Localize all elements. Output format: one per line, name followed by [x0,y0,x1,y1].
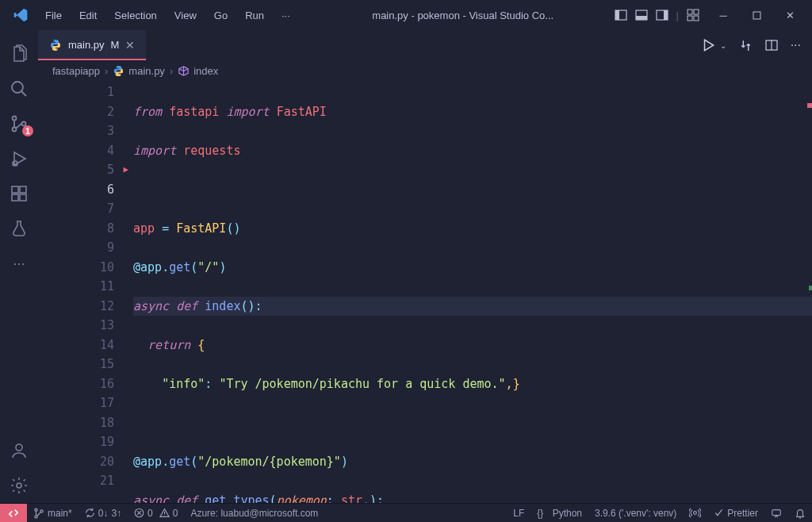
ruler-error-mark [807,103,812,108]
breadcrumb[interactable]: fastapiapp › main.py › index [38,60,812,81]
menu-selection[interactable]: Selection [107,6,163,25]
svg-point-29 [694,512,697,515]
toggle-panel-bottom-icon[interactable] [634,7,649,23]
run-debug-icon[interactable] [0,141,38,176]
run-file-icon[interactable] [701,38,715,52]
svg-point-26 [35,515,37,517]
activity-bar: 1 ··· [0,30,38,503]
toggle-panel-left-icon[interactable] [613,7,629,23]
window-controls: ─ ✕ [707,3,806,27]
menu-view[interactable]: View [167,6,204,25]
svg-point-21 [17,483,21,488]
eol-indicator[interactable]: LF [507,504,530,522]
editor-actions: ⌄ ··· [690,30,812,60]
window-title: main.py - pokemon - Visual Studio Co... [297,10,613,21]
layout-controls: | [613,7,701,23]
svg-rect-16 [12,186,18,193]
minimize-button[interactable]: ─ [707,3,739,27]
svg-point-11 [12,82,23,93]
extensions-icon[interactable] [0,176,38,211]
settings-gear-icon[interactable] [0,468,38,503]
svg-rect-6 [688,10,692,14]
overview-ruler[interactable] [801,81,812,503]
svg-rect-17 [12,194,18,201]
ruler-change-mark [809,286,812,290]
menu-bar: File Edit Selection View Go Run ··· [38,6,297,25]
tab-modified-indicator: M [111,39,120,51]
source-control-icon[interactable]: 1 [0,106,38,141]
svg-point-25 [35,509,37,511]
notifications-bell-icon[interactable] [788,504,812,522]
tab-main-py[interactable]: main.py M ✕ [38,30,146,60]
diff-changes-icon[interactable] [739,39,753,52]
menu-edit[interactable]: Edit [72,6,104,25]
svg-rect-18 [20,194,26,201]
tab-label: main.py [68,39,105,51]
svg-rect-8 [688,16,692,21]
python-file-icon [49,39,62,52]
breakpoint-arrow-icon[interactable]: ▶ [123,160,128,180]
breadcrumb-file[interactable]: main.py [113,65,165,77]
git-branch[interactable]: main* [27,504,79,522]
tab-close-icon[interactable]: ✕ [125,39,135,52]
language-mode[interactable]: {} Python [530,504,588,522]
svg-rect-10 [753,12,760,19]
maximize-button[interactable] [741,3,772,27]
svg-rect-7 [694,10,699,14]
chevron-right-icon: › [105,65,108,77]
code-editor[interactable]: 1 2 3 4 5▶ 6 7 8 9 10 11 12 13 14 15 16 … [38,81,812,503]
menu-go[interactable]: Go [207,6,235,25]
close-button[interactable]: ✕ [774,3,806,27]
svg-rect-19 [20,186,26,193]
svg-rect-9 [694,16,699,21]
split-editor-icon[interactable] [765,39,778,52]
azure-account[interactable]: Azure: luabud@microsoft.com [184,504,324,522]
menu-run[interactable]: Run [238,6,271,25]
accounts-icon[interactable] [0,433,38,468]
svg-point-23 [56,48,57,49]
svg-point-12 [13,117,17,121]
go-live[interactable] [683,504,707,522]
svg-rect-1 [615,10,619,20]
breadcrumb-symbol[interactable]: index [178,65,218,77]
svg-point-27 [40,509,43,512]
svg-point-22 [53,40,54,41]
search-icon[interactable] [0,71,38,106]
feedback-icon[interactable] [764,504,788,522]
editor-more-icon[interactable]: ··· [791,38,801,52]
svg-rect-3 [636,16,647,20]
scm-badge: 1 [22,125,33,136]
menu-file[interactable]: File [38,6,69,25]
explorer-icon[interactable] [0,36,38,71]
remote-indicator[interactable] [0,504,27,523]
customize-layout-icon[interactable] [685,7,701,23]
problems[interactable]: 0 0 [128,504,184,522]
more-icon[interactable]: ··· [0,246,38,281]
testing-icon[interactable] [0,211,38,246]
run-dropdown-icon[interactable]: ⌄ [720,41,726,50]
chevron-right-icon: › [170,65,173,77]
toggle-panel-right-icon[interactable] [654,7,670,23]
vscode-logo-icon [13,7,29,23]
svg-point-13 [13,128,17,132]
svg-rect-30 [772,509,781,515]
menu-overflow[interactable]: ··· [274,6,297,25]
python-interpreter[interactable]: 3.9.6 ('.venv': venv) [588,504,683,522]
svg-rect-5 [664,10,668,20]
line-number-gutter: 1 2 3 4 5▶ 6 7 8 9 10 11 12 13 14 15 16 … [38,81,133,503]
prettier-status[interactable]: Prettier [707,504,764,522]
code-content[interactable]: from fastapi import FastAPI import reque… [133,81,812,503]
svg-point-20 [16,444,22,451]
main-area: 1 ··· main.py M ✕ [0,30,812,503]
editor-group: main.py M ✕ ⌄ ··· fastapiapp › main.py [38,30,812,503]
title-bar: File Edit Selection View Go Run ··· main… [0,0,812,30]
breadcrumb-folder[interactable]: fastapiapp [52,65,100,77]
tab-bar: main.py M ✕ ⌄ ··· [38,30,812,60]
git-sync[interactable]: 0↓ 3↑ [79,504,128,522]
status-bar: main* 0↓ 3↑ 0 0 Azure: luabud@microsoft.… [0,503,812,522]
